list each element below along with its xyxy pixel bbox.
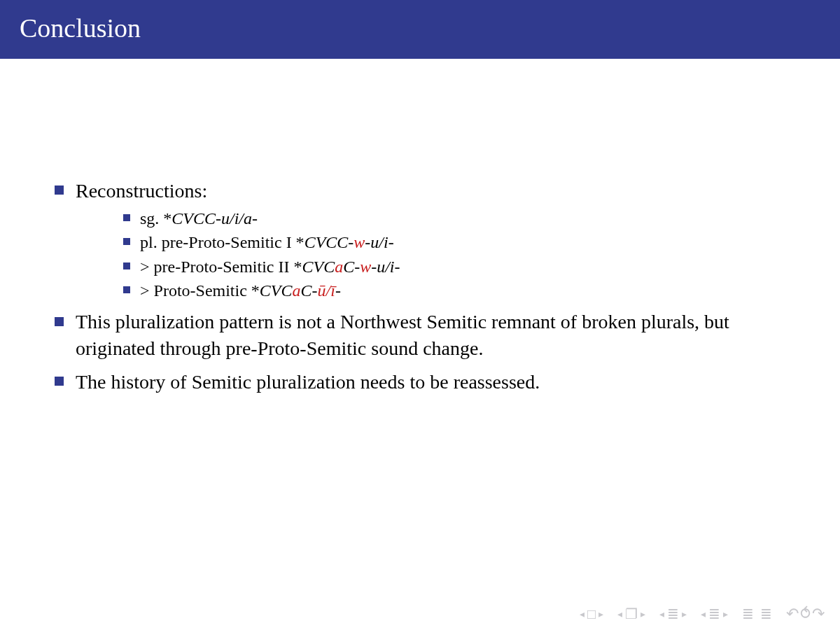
bullet-history: The history of Semitic pluralization nee… [49, 369, 791, 396]
pl3-suffix: - [335, 281, 341, 300]
slide-title: Conclusion [0, 0, 840, 59]
reconstructions-label: Reconstructions: [76, 180, 207, 202]
pl2-rb: w [360, 258, 371, 276]
nav-last-icon[interactable]: ≣≣ [742, 606, 774, 622]
nav-prev-icon[interactable]: ◂❐▸ [617, 606, 647, 622]
nav-bar: ◂□▸ ◂❐▸ ◂≣▸ ◂≣▸ ≣≣ ↶⥀↷ [580, 605, 826, 623]
pl3-prefix: > Proto-Semitic * [140, 281, 260, 300]
sg-prefix: sg. * [140, 209, 172, 227]
pl3-pb: C- [301, 281, 318, 300]
pl1-red: w [354, 233, 365, 251]
sub-sg: sg. *CVCC-u/i/a- [119, 207, 791, 230]
pl1-prefix: pl. pre-Proto-Semitic I * [140, 233, 304, 251]
nav-back-icon[interactable]: ◂≣▸ [659, 606, 688, 622]
pl3-rb: ū/ī [318, 281, 335, 300]
sub-pl2: > pre-Proto-Semitic II *CVCaC-w-u/i- [119, 255, 791, 278]
sg-pattern: CVCC-u/i/a [172, 209, 252, 227]
pl2-prefix: > pre-Proto-Semitic II * [140, 258, 302, 276]
pl2-pa: CVC [302, 258, 335, 276]
bullet-reconstructions: Reconstructions: sg. *CVCC-u/i/a- pl. pr… [49, 178, 791, 302]
sub-pl3: > Proto-Semitic *CVCaC-ū/ī- [119, 279, 791, 302]
nav-forward-icon[interactable]: ◂≣▸ [701, 606, 729, 622]
pl2-pc: -u/i [371, 258, 394, 276]
sg-suffix: - [252, 209, 258, 227]
pl3-pa: CVC [260, 281, 293, 300]
pl2-pb: C- [343, 258, 360, 276]
sub-pl1: pl. pre-Proto-Semitic I *CVCC-w-u/i- [119, 231, 791, 253]
pl3-ra: a [293, 281, 301, 300]
nav-first-icon[interactable]: ◂□▸ [580, 606, 605, 622]
inner-list: sg. *CVCC-u/i/a- pl. pre-Proto-Semitic I… [119, 207, 791, 302]
outer-list: Reconstructions: sg. *CVCC-u/i/a- pl. pr… [49, 178, 791, 396]
pl1-pa: CVCC- [304, 233, 354, 251]
bullet-pattern: This pluralization pattern is not a Nort… [49, 309, 791, 362]
pl2-suffix: - [395, 258, 400, 276]
pl1-pb: -u/i [365, 233, 388, 251]
nav-undo-icon[interactable]: ↶⥀↷ [786, 605, 826, 623]
pl1-suffix: - [388, 233, 394, 251]
slide-body: Reconstructions: sg. *CVCC-u/i/a- pl. pr… [0, 59, 840, 396]
pl2-ra: a [335, 258, 343, 276]
